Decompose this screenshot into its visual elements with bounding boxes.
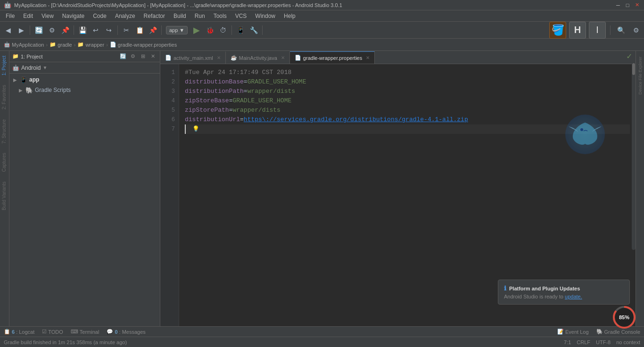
panel-title-icon: 📁 <box>12 53 19 59</box>
bird-logo <box>564 113 606 157</box>
profile-button[interactable]: ⏱ <box>217 24 229 36</box>
notification-update-link[interactable]: update. <box>565 294 582 299</box>
toolbar-icon-2[interactable]: H <box>569 22 586 39</box>
menu-code[interactable]: Code <box>89 12 110 20</box>
tab-close-xml[interactable]: ✕ <box>217 55 221 60</box>
editor-scrollbar[interactable] <box>632 64 636 250</box>
toolbar-separator-2 <box>74 25 74 35</box>
maximize-button[interactable]: □ <box>624 2 631 8</box>
breadcrumb-wrapper[interactable]: 📁 wrapper <box>77 41 104 48</box>
build-status: Gradle build finished in 1m 21s 358ms (a… <box>4 339 560 345</box>
bottom-tabs: 📋 6 : Logcat ☑ TODO ⌨ Terminal 💬 0 : Mes… <box>0 326 644 337</box>
svg-text:85%: 85% <box>619 314 629 320</box>
title-text: MyApplication - [D:\AndroidStudioProject… <box>14 2 342 8</box>
left-edge-build-variants[interactable]: Build Variants <box>0 177 9 215</box>
line-numbers: 1 2 3 4 5 6 7 <box>160 64 179 326</box>
todo-label: TODO <box>48 329 63 335</box>
tab-close-props[interactable]: ✕ <box>366 55 370 60</box>
left-edge-captures[interactable]: Captures <box>0 148 9 177</box>
toolbar-copy-button[interactable]: 📋 <box>133 24 146 36</box>
app-selector[interactable]: app ▼ <box>166 26 188 34</box>
menu-navigate[interactable]: Navigate <box>58 12 88 20</box>
menu-window[interactable]: Window <box>251 12 279 20</box>
android-dropdown[interactable]: 🤖 Android ▼ <box>9 62 160 74</box>
tab-close-java[interactable]: ✕ <box>281 55 285 60</box>
left-edge-favorites[interactable]: 2: Favorites <box>0 80 9 114</box>
gradle-console-icon: 🐘 <box>596 329 603 335</box>
right-edge-device-explorer[interactable]: Device File Explorer <box>637 51 644 100</box>
context-text: no context <box>616 339 640 345</box>
toolbar-back-button[interactable]: ◀ <box>2 24 14 36</box>
close-button[interactable]: ✕ <box>634 2 640 8</box>
tree-item-gradle-scripts[interactable]: ▶ 🐘 Gradle Scripts <box>9 85 160 95</box>
panel-expand-button[interactable]: ⊞ <box>139 52 147 61</box>
notification-title: ℹ Platform and Plugin Updates <box>504 285 624 292</box>
svg-point-1 <box>580 128 583 131</box>
left-edge-structure[interactable]: 7: Structure <box>0 115 9 149</box>
toolbar-save-button[interactable]: 💾 <box>76 24 89 36</box>
debug-button[interactable]: 🐞 <box>204 24 216 36</box>
toolbar-cut-button[interactable]: ✂ <box>120 24 132 36</box>
left-edge-project[interactable]: 1: Project <box>0 51 9 80</box>
toolbar-icon-3[interactable]: I <box>589 22 606 39</box>
scrollbar-thumb[interactable] <box>632 64 635 75</box>
panel-settings-button[interactable]: ⚙ <box>129 52 137 61</box>
notification-panel: ℹ Platform and Plugin Updates Android St… <box>498 280 630 305</box>
encoding-indicator[interactable]: UTF-8 <box>596 339 611 345</box>
menu-help[interactable]: Help <box>280 12 299 20</box>
toolbar-sync-button[interactable]: 🔄 <box>33 24 45 36</box>
minimize-button[interactable]: ─ <box>615 2 621 8</box>
code-line-4: zipStoreBase=GRADLE_USER_HOME <box>185 96 630 106</box>
menu-run[interactable]: Run <box>191 12 209 20</box>
messages-label: : Messages <box>119 329 146 335</box>
line-col-indicator[interactable]: 7:1 <box>564 339 571 345</box>
bottom-tab-terminal[interactable]: ⌨ Terminal <box>69 328 101 336</box>
toolbar-redo-button[interactable]: ↪ <box>103 24 115 36</box>
bottom-tab-messages[interactable]: 💬 0 : Messages <box>105 328 147 336</box>
menu-tools[interactable]: Tools <box>210 12 231 20</box>
toolbar-settings-button[interactable]: ⚙ <box>46 24 58 36</box>
info-icon: ℹ <box>504 285 506 292</box>
breadcrumb-app[interactable]: 🤖 MyApplication <box>4 41 44 48</box>
messages-icon: 💬 <box>107 329 113 335</box>
toolbar-paste-button[interactable]: 📌 <box>147 24 159 36</box>
terminal-label: Terminal <box>80 329 99 335</box>
notification-body: Android Studio is ready to update. <box>504 294 624 299</box>
toolbar-undo-button[interactable]: ↩ <box>90 24 102 36</box>
file-icon: 📄 <box>110 41 116 48</box>
bottom-tab-logcat[interactable]: 📋 6 : Logcat <box>2 328 36 336</box>
toolbar-settings2-button[interactable]: ⚙ <box>630 24 642 36</box>
toolbar-icon-1[interactable]: 🪣 <box>549 22 566 39</box>
project-panel: 📁 1: Project 🔄 ⚙ ⊞ ✕ 🤖 Android ▼ ▶ � <box>9 51 160 326</box>
toolbar-forward-button[interactable]: ▶ <box>15 24 27 36</box>
menu-build[interactable]: Build <box>170 12 190 20</box>
title-bar: 🤖 MyApplication - [D:\AndroidStudioProje… <box>0 0 644 10</box>
menu-file[interactable]: File <box>2 12 18 20</box>
toolbar-separator-1 <box>30 25 30 35</box>
tab-main-activity[interactable]: ☕ MainActivity.java ✕ <box>226 51 290 64</box>
tab-gradle-wrapper[interactable]: 📄 gradle-wrapper.properties ✕ <box>290 51 375 64</box>
crlf-indicator[interactable]: CRLF <box>577 339 590 345</box>
sdk-manager-button[interactable]: 🔧 <box>248 24 260 36</box>
breadcrumb-gradle[interactable]: 📁 gradle <box>50 41 72 48</box>
menu-refactor[interactable]: Refactor <box>140 12 169 20</box>
menu-analyze[interactable]: Analyze <box>111 12 139 20</box>
avd-manager-button[interactable]: 📱 <box>234 24 247 36</box>
tab-icon-props: 📄 <box>295 55 301 61</box>
panel-sync-button[interactable]: 🔄 <box>119 52 127 61</box>
context-indicator[interactable]: no context <box>616 339 640 345</box>
tree-item-app[interactable]: ▶ 📱 app <box>9 74 160 85</box>
menu-view[interactable]: View <box>38 12 58 20</box>
tab-activity-main[interactable]: 📄 activity_main.xml ✕ <box>160 51 226 64</box>
toolbar-pin-button[interactable]: 📌 <box>59 24 71 36</box>
toolbar-search-button[interactable]: 🔍 <box>615 24 627 36</box>
run-button[interactable]: ▶ <box>190 24 203 36</box>
line-col-text: 7:1 <box>564 339 571 345</box>
crlf-text: CRLF <box>577 339 590 345</box>
menu-edit[interactable]: Edit <box>19 12 37 20</box>
panel-close-button[interactable]: ✕ <box>149 52 157 61</box>
event-log-tab[interactable]: 📝 Event Log <box>555 328 591 336</box>
breadcrumb-file[interactable]: 📄 gradle-wrapper.properties <box>110 41 177 48</box>
menu-vcs[interactable]: VCS <box>231 12 251 20</box>
bottom-tab-todo[interactable]: ☑ TODO <box>40 328 65 336</box>
